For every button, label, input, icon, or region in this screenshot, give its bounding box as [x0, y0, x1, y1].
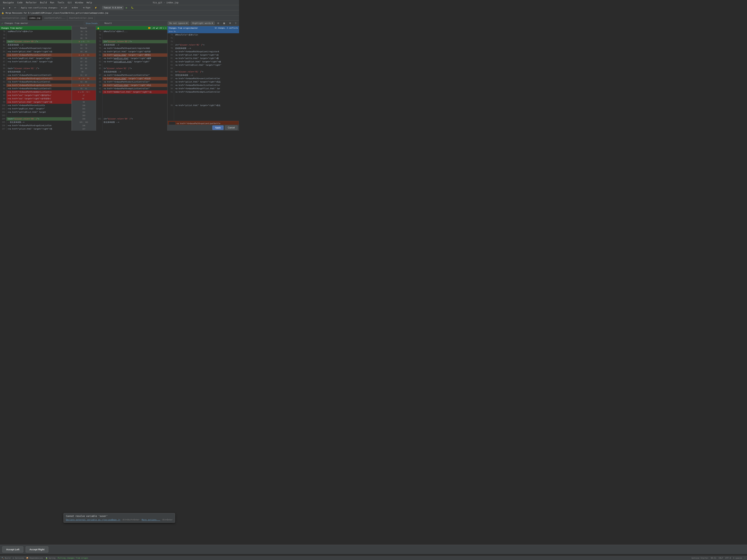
run-btn[interactable]: ▶ — [125, 6, 129, 9]
accept-left-15[interactable]: » — [81, 77, 82, 80]
left-line-88: 88 — [0, 63, 72, 67]
center-line-16: 93│89 — [72, 80, 96, 84]
result-line-97 — [96, 107, 168, 110]
settings-btn[interactable]: ⚙ — [228, 22, 232, 25]
back-btn[interactable]: ↩ — [13, 6, 17, 9]
tomcat-label: Tomcat 9.0.64 — [104, 6, 120, 9]
origin-line-87: 87 <a href="<%=basePath%>userListControl… — [168, 77, 239, 80]
left-line-85: 85 ><a href="<%=basePath%>costListContro… — [0, 53, 72, 57]
magic-btn[interactable]: ⚡ — [93, 6, 98, 9]
center-line-9: 86│82 — [72, 57, 96, 60]
result-line-100: 101 it="${suser.role=='04' }"> — [96, 117, 168, 121]
accept-left-4[interactable]: » — [81, 41, 82, 43]
result-line-95 — [96, 101, 168, 104]
highlight-words-btn[interactable]: Highlight words ▼ — [191, 22, 214, 25]
reject-left-19[interactable]: ✕ — [77, 91, 80, 93]
down-btn[interactable]: ▼ — [7, 6, 12, 9]
accept-left-17[interactable]: » — [81, 84, 82, 86]
show-details-btn[interactable]: Show Details — [84, 22, 99, 25]
center-line-17: ✕ » 94│90 — [72, 84, 96, 87]
menu-window[interactable]: Window — [74, 1, 85, 4]
left-code-area[interactable]: 78 subMenuTitle">菜单</li> 79 80 81 test="… — [0, 30, 72, 131]
menu-build[interactable]: Build — [38, 1, 48, 4]
left-line-86: 86 ><a href="payDlist.html" target="righ… — [0, 57, 72, 60]
menu-run[interactable]: Run — [49, 1, 56, 4]
left-btn[interactable]: ≫ Left — [59, 6, 69, 9]
left-line-102: 102 ><a href="settleDlist.html" target — [0, 110, 72, 114]
tab-costsettlefull[interactable]: costSettleFull... — [43, 16, 68, 21]
origin-changes-count: 12 changes. 2 conflicts — [214, 27, 238, 29]
reject-left-4[interactable]: ✕ — [78, 41, 80, 43]
help-btn[interactable]: ? — [234, 22, 237, 25]
origin-changes-label: Changes from origin/master — [169, 27, 198, 29]
up-btn[interactable]: ▲ — [1, 6, 6, 9]
changes-label: Changes from master — [4, 22, 28, 24]
split-btn[interactable]: ⊟ — [216, 22, 221, 25]
origin-line-75: 75 — [168, 36, 239, 40]
origin-line-82: 82 <a href="payDlist.html" target="right… — [168, 60, 239, 63]
origin-line-74: 74 bMenuTitle">菜单</li> — [168, 33, 239, 36]
accept-left-8[interactable]: » — [81, 54, 82, 56]
do-not-ignore-dropdown[interactable]: Do not ignore ▼ — [168, 22, 189, 25]
center-line-24: 101 — [72, 107, 96, 110]
left-line-80: 80 — [0, 36, 72, 40]
left-line-94: 94 ><a href="<%=basePath%>drugsGiveListC… — [0, 84, 72, 87]
origin-line-83: 83 <a href="settleDlist.html" target="ri… — [168, 63, 239, 67]
origin-line-80: 80 <a href="ghlist.html" target="right">… — [168, 53, 239, 57]
left-line-78: 78 subMenuTitle">菜单</li> — [0, 30, 72, 33]
left-line-92: 92 ><a href="<%=basePath%>drugsListContr… — [0, 77, 72, 80]
center-scroll[interactable]: 78│74 79│75 80│76 ✕ » 81│77 82│78 83│79 … — [72, 30, 96, 131]
tomcat-arrow: ▼ — [121, 6, 122, 9]
center-line-27: 104 — [72, 117, 96, 121]
origin-line-85: 85 t="${suser.role=='01' }"> — [168, 70, 239, 74]
menu-navigate[interactable]: Navigate — [1, 1, 15, 4]
result-line-101: 医生菜单权限 --> — [96, 121, 168, 124]
tab-index[interactable]: index.jsp — [27, 16, 43, 21]
accept-left-19[interactable]: » — [80, 91, 81, 93]
origin-line-79: 79 <a href="<%=basePath%>patient/registe… — [168, 50, 239, 53]
left-line-84: 84 ><a href="ghlist.html" target="right"… — [0, 50, 72, 53]
result-line-74: 74 bMenuTitle">菜单</l... — [96, 30, 168, 33]
left-line-105: 105 - 医生菜单权限--> — [0, 121, 72, 124]
left-line-87: 87 ><a href="settleDlist.html" target="r… — [0, 60, 72, 63]
origin-line-94x — [168, 101, 239, 104]
result-line-86: 管理员菜单权限 --> — [96, 70, 168, 74]
merge-icon: 🔒 — [1, 12, 4, 14]
reject-left-15[interactable]: ✕ — [78, 77, 80, 80]
result-label: Result — [104, 22, 112, 24]
origin-code-area[interactable]: 74 bMenuTitle">菜单</li> 75 76 77 it="${su… — [168, 33, 239, 125]
left-line-95: 95 ><a href="<%=basePath%>deptListContro… — [0, 87, 72, 90]
result-code-area[interactable]: 74 bMenuTitle">菜单</l... 75 76 77 it="${s… — [96, 30, 168, 131]
center-line-21: 98 — [72, 97, 96, 101]
origin-line-100x — [168, 117, 239, 121]
center-panel: Result 78│74 79│75 80│76 ✕ » 81│77 82│78… — [72, 26, 96, 131]
menu-git[interactable]: Git — [66, 1, 73, 4]
left-line-106: 106 ><a href="<%=basePath%>drugsGiveList… — [0, 124, 72, 127]
cancel-button[interactable]: Cancel — [225, 126, 237, 130]
result-line-84: 84 — [96, 63, 168, 67]
all-btn[interactable]: ≫All≪ — [70, 6, 80, 9]
result-line-94 — [96, 97, 168, 101]
check-icon: ✓ — [1, 22, 3, 25]
reject-left-17[interactable]: ✕ — [78, 84, 80, 87]
menu-help[interactable]: Help — [85, 1, 93, 4]
menu-code[interactable]: Code — [16, 1, 24, 4]
tabs-bar: CostController.java index.jsp costSettle… — [0, 16, 239, 21]
tab-usercontroller[interactable]: UserController.java — [68, 16, 95, 21]
menu-tools[interactable]: Tools — [56, 1, 66, 4]
result-line-98 — [96, 110, 168, 114]
right-btn[interactable]: ≪ Right — [81, 6, 92, 9]
reject-left-8[interactable]: ✕ — [78, 54, 80, 56]
tomcat-config[interactable]: Tomcat 9.0.64 ▼ — [102, 6, 124, 9]
grid-btn[interactable]: ▦ — [222, 22, 226, 25]
debug-btn[interactable]: 🐛 — [130, 6, 135, 9]
menu-refactor[interactable]: Refactor — [24, 1, 38, 4]
left-line-107: 107 ><a href="yzlist.html" target="right… — [0, 127, 72, 131]
result-line-82: 82 <a href="payDlist.html" target="right… — [96, 57, 168, 60]
tab-costcontroller[interactable]: CostController.java — [0, 16, 27, 21]
origin-line-84: 84 — [168, 67, 239, 70]
result-line-102 — [96, 124, 168, 127]
center-line-10: 87│83 — [72, 60, 96, 63]
apply-button[interactable]: Apply — [212, 126, 224, 130]
origin-patsettle: <a href="<%=basePath%>patient/patSettle — [169, 122, 238, 125]
